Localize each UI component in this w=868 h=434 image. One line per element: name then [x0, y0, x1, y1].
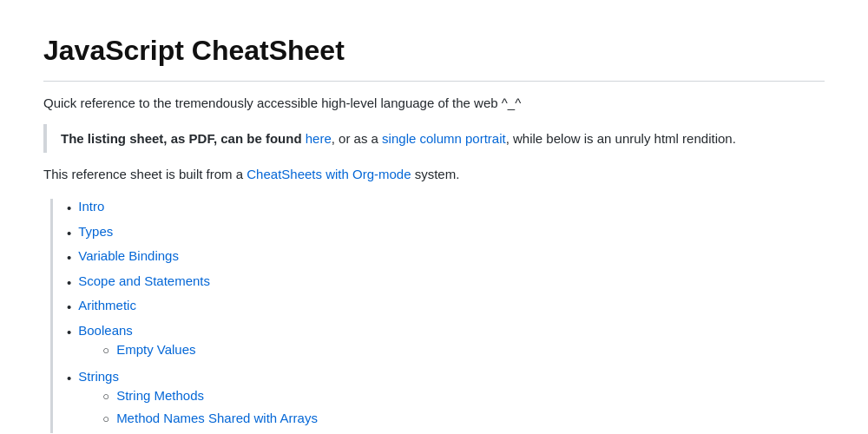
toc-link[interactable]: Variable Bindings: [78, 248, 179, 263]
toc-link[interactable]: Strings: [78, 369, 318, 384]
toc-item: Types: [67, 224, 825, 244]
blockquote-middle: , or as a: [332, 131, 382, 146]
toc-item: StringsString MethodsMethod Names Shared…: [67, 369, 825, 433]
toc-container: IntroTypesVariable BindingsScope and Sta…: [50, 199, 825, 433]
toc-link[interactable]: Arithmetic: [78, 298, 136, 312]
toc-sub-item: String Methods: [102, 388, 318, 406]
toc-sub-item: Method Names Shared with Arrays: [102, 411, 318, 429]
toc-sub-list: String MethodsMethod Names Shared with A…: [102, 384, 318, 433]
toc-item: Intro: [67, 199, 825, 219]
portrait-link[interactable]: single column portrait: [382, 131, 506, 146]
ref-text: This reference sheet is built from a Che…: [43, 167, 825, 181]
toc-item: Arithmetic: [67, 298, 825, 318]
page-title: JavaScript CheatSheet: [43, 35, 825, 67]
toc-item: BooleansEmpty Values: [67, 323, 825, 365]
toc-link[interactable]: Intro: [78, 199, 104, 214]
here-link[interactable]: here: [306, 131, 332, 146]
toc-sub-item: Empty Values: [102, 342, 195, 360]
toc-sub-link[interactable]: String Methods: [116, 388, 204, 403]
orgmode-link[interactable]: CheatSheets with Org-mode: [247, 167, 411, 181]
blockquote-after: , while below is an unruly html renditio…: [506, 131, 736, 146]
toc-link[interactable]: Scope and Statements: [78, 273, 210, 288]
blockquote-strong: The listing sheet, as PDF, can be found: [61, 131, 306, 146]
title-divider: [43, 81, 825, 82]
toc-sub-link[interactable]: Empty Values: [116, 342, 195, 357]
toc-sub-list: Empty Values: [102, 338, 195, 365]
subtitle-text: Quick reference to the tremendously acce…: [43, 95, 825, 110]
ref-text-before: This reference sheet is built from a: [43, 167, 247, 181]
toc-item: Scope and Statements: [67, 273, 825, 293]
toc-link[interactable]: Types: [78, 224, 113, 239]
toc-sub-link[interactable]: Method Names Shared with Arrays: [116, 411, 318, 425]
toc-link[interactable]: Booleans: [78, 323, 195, 338]
blockquote: The listing sheet, as PDF, can be found …: [43, 124, 825, 153]
toc-list: IntroTypesVariable BindingsScope and Sta…: [67, 199, 825, 433]
toc-item: Variable Bindings: [67, 248, 825, 268]
ref-text-after: system.: [411, 167, 460, 181]
